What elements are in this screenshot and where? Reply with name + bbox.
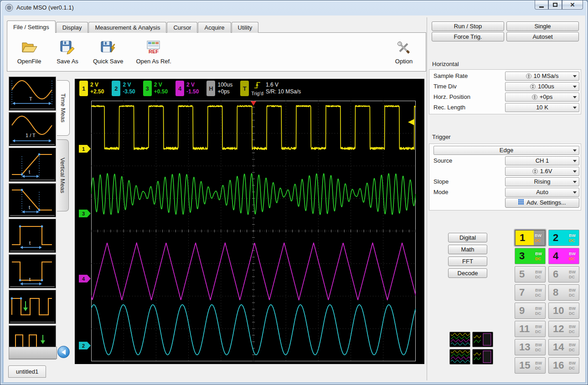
measurement-category-tabs: Time MeasVertical Meas [57, 80, 71, 215]
scope-screen[interactable]: 1234 [75, 98, 424, 364]
trigger-header[interactable]: TTrig'd1.6 VS/R: 10 MSa/s [240, 81, 301, 96]
layout-preview-3[interactable] [449, 349, 470, 364]
waveform-ch4-triangle [91, 243, 416, 300]
tab-file-settings[interactable]: File / Settings [7, 21, 56, 33]
svg-text:T: T [29, 96, 32, 102]
channel-toggle-8[interactable]: 8BWDC [548, 284, 579, 301]
channel-toggle-16[interactable]: 16BWDC [548, 357, 579, 374]
layout-preview-2[interactable] [472, 332, 493, 347]
sidebar-scrollbar[interactable] [9, 347, 57, 359]
channel-2-header[interactable]: 22 V-3.50 [112, 81, 135, 96]
force-trig-button[interactable]: Force Trig. [432, 32, 504, 41]
sidebar-tab-time-meas[interactable]: Time Meas [57, 80, 70, 136]
dropdown-slope[interactable]: Rising [505, 177, 579, 186]
channel-toggle-6[interactable]: 6BWDC [548, 266, 579, 282]
tab-display[interactable]: Display [56, 22, 88, 33]
svg-text:t: t [29, 205, 30, 210]
single-button[interactable]: Single [506, 21, 579, 31]
channel-toggle-13[interactable]: 13BWDC [515, 339, 546, 355]
dropdown-horz-position[interactable]: +0ps [505, 92, 579, 102]
trigger-position-marker[interactable] [251, 101, 256, 106]
maximize-button[interactable] [548, 0, 562, 10]
titlebar[interactable]: Acute MSO (ver0.1.1) ✕ [0, 0, 588, 15]
autoset-button[interactable]: Autoset [506, 32, 579, 41]
document-tab[interactable]: untitled1 [8, 365, 46, 378]
channel-2-position-marker[interactable]: 2 [79, 342, 91, 349]
measurement-positive-width[interactable]: t [9, 219, 56, 253]
trigger-level-marker[interactable] [408, 119, 414, 125]
fft-button[interactable]: FFT [448, 257, 487, 266]
math-button[interactable]: Math [448, 245, 487, 254]
channel-toggle-4[interactable]: 4BWDC [548, 248, 579, 264]
minimize-button[interactable] [535, 0, 548, 10]
channel-1-position-marker[interactable]: 1 [79, 145, 91, 153]
decode-button[interactable]: Decode [448, 268, 487, 278]
channel-3-header[interactable]: 32 V+0.50 [143, 81, 168, 96]
window-controls: ✕ [535, 0, 583, 10]
measurement-duty-cycle[interactable] [9, 290, 56, 324]
chevron-down-icon [573, 96, 577, 98]
tab-utility[interactable]: Utility [232, 22, 259, 33]
open-file-icon [21, 40, 37, 56]
dropdown-time-div[interactable]: 100us [505, 82, 579, 91]
run-stop-button[interactable]: Run / Stop [432, 21, 504, 31]
measurement-fall-time[interactable]: t [9, 183, 56, 217]
channel-enable-grid: 1BWDC2BWDC3BWDC4BWDC5BWDC6BWDC7BWDC8BWDC… [515, 230, 579, 374]
save-as-button[interactable]: Save As [55, 40, 80, 65]
channel-toggle-12[interactable]: 12BWDC [548, 321, 579, 337]
sidebar-tab-vertical-meas[interactable]: Vertical Meas [57, 139, 69, 211]
channel-4-header[interactable]: 42 V-1.50 [175, 81, 199, 96]
channel-toggle-5[interactable]: 5BWDC [515, 266, 546, 282]
channel-toggle-7[interactable]: 7BWDC [515, 284, 546, 301]
channel-1-badge: 1 [79, 81, 88, 96]
open-as-ref-button[interactable]: REFOpen As Ref. [136, 40, 171, 65]
quick-save-button[interactable]: Quick Save [93, 40, 123, 65]
dropdown-trigger-level[interactable]: 1.6V [505, 167, 579, 176]
measurement-negative-width[interactable]: t [9, 254, 56, 288]
svg-text:1 / T: 1 / T [26, 133, 36, 138]
digital-button[interactable]: Digital [448, 233, 487, 242]
channel-toggle-14[interactable]: 14BWDC [548, 339, 579, 355]
layout-preview-4[interactable] [472, 349, 493, 364]
spin-icon [530, 84, 536, 89]
channel-toggle-9[interactable]: 9BWDC [515, 303, 546, 319]
adv-settings-button[interactable]: Adv. Settings... [505, 198, 579, 208]
channel-toggle-15[interactable]: 15BWDC [515, 357, 546, 374]
close-icon: ✕ [570, 2, 575, 8]
acquisition-buttons: Run / StopSingleForce Trig.Autoset [432, 21, 579, 41]
channel-1-header[interactable]: 12 V+2.50 [79, 81, 104, 96]
channel-toggle-1[interactable]: 1BWDC [515, 230, 546, 246]
svg-text:REF: REF [149, 49, 159, 54]
tab-cursor[interactable]: Cursor [167, 22, 197, 33]
dropdown-trigger-type[interactable]: Edge [433, 146, 579, 155]
channel-toggle-3[interactable]: 3BWDC [515, 248, 546, 264]
adv-settings-row: Adv. Settings... [429, 197, 581, 208]
tab-acquire[interactable]: Acquire [198, 22, 231, 33]
tab-measurement-analysis[interactable]: Measurement & Analysis [88, 22, 166, 33]
svg-text:t: t [29, 169, 30, 175]
dropdown-mode[interactable]: Auto [505, 188, 579, 197]
channel-toggle-11[interactable]: 11BWDC [515, 321, 546, 337]
channel-4-position-marker[interactable]: 4 [79, 275, 91, 282]
channel-3-position-marker[interactable]: 3 [79, 210, 91, 217]
dropdown-sample-rate[interactable]: 10 MSa/s [505, 72, 579, 81]
toolbar: OpenFileSave AsQuick SaveREFOpen As Ref.… [7, 32, 426, 72]
measurement-frequency[interactable]: 1 / T [9, 112, 56, 146]
collapse-panel-button[interactable] [57, 346, 70, 358]
channel-toggle-10[interactable]: 10BWDC [548, 303, 579, 319]
minimize-icon [539, 6, 544, 8]
measurement-thumbnail-list: T1 / Ttttt [9, 77, 57, 361]
trigger-row-slope: SlopeRising [429, 176, 581, 187]
measurement-rise-time[interactable]: t [9, 148, 56, 182]
horizontal-header[interactable]: H100us+0ps [206, 81, 232, 96]
dropdown-source[interactable]: CH 1 [505, 156, 579, 165]
layout-preview-1[interactable] [449, 332, 470, 347]
option-button[interactable]: Option [391, 40, 417, 65]
openfile-button[interactable]: OpenFile [16, 40, 42, 65]
close-button[interactable]: ✕ [562, 0, 583, 10]
measurement-period[interactable]: T [9, 77, 56, 111]
channel-toggle-2[interactable]: 2BWDC [548, 230, 579, 246]
scope-grid [91, 101, 416, 361]
open-as-ref-icon: REF [145, 40, 162, 56]
dropdown-rec-length[interactable]: 10 K [505, 103, 579, 112]
